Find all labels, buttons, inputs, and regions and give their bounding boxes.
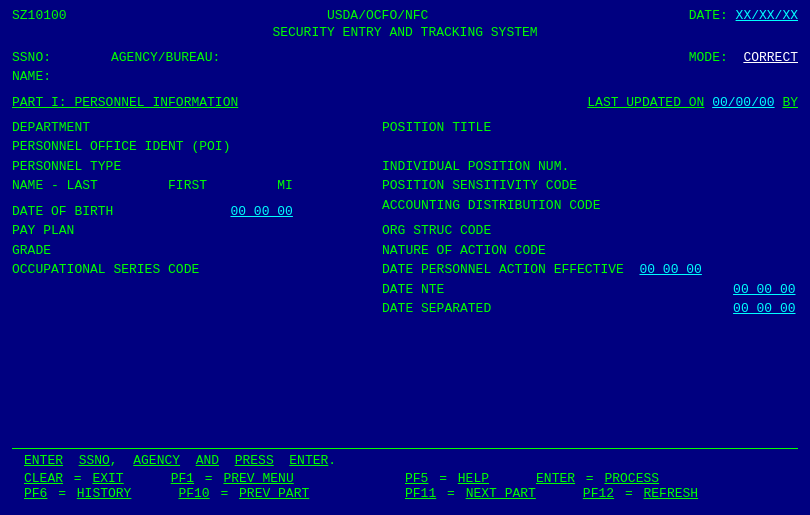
header-line1: SZ10100 USDA/OCFO/NFC DATE: XX/XX/XX: [12, 8, 798, 23]
footer-col4: PF11 = NEXT PART PF12 = REFRESH: [405, 486, 786, 501]
name-fields: NAME - LAST FIRST MI: [12, 176, 382, 196]
personnel-type-field: PERSONNEL TYPE: [12, 157, 382, 177]
date-nte-value: 00 00 00: [733, 282, 795, 297]
ssno-row: SSNO: AGENCY/BUREAU: MODE: CORRECT: [12, 50, 798, 65]
date-separated-value: 00 00 00: [733, 301, 795, 316]
dob-row: DATE OF BIRTH 00 00 00: [12, 202, 382, 222]
pf6-history[interactable]: PF6 = HISTORY: [24, 486, 131, 501]
position-title-field: POSITION TITLE: [382, 118, 798, 138]
part-header: PART I: PERSONNEL INFORMATION LAST UPDAT…: [12, 95, 798, 110]
two-col-layout: DEPARTMENT PERSONNEL OFFICE IDENT (POI) …: [12, 118, 798, 319]
spacer-row: [382, 137, 798, 157]
header-title: SECURITY ENTRY AND TRACKING SYSTEM: [12, 25, 798, 40]
clear-exit[interactable]: CLEAR = EXIT: [24, 471, 124, 486]
ind-position-field: INDIVIDUAL POSITION NUM.: [382, 157, 798, 177]
pf11-next-part[interactable]: PF11 = NEXT PART: [405, 486, 536, 501]
nature-of-action-field: NATURE OF ACTION CODE: [382, 241, 798, 261]
enter-process[interactable]: ENTER = PROCESS: [536, 471, 659, 486]
date-nte-label: DATE NTE: [382, 282, 725, 297]
poi-field: PERSONNEL OFFICE IDENT (POI): [12, 137, 382, 157]
dept-field: DEPARTMENT: [12, 118, 382, 138]
ssno-label: SSNO:: [12, 50, 51, 65]
footer-col1: CLEAR = EXIT PF1 = PREV MENU: [24, 471, 405, 486]
org-struc-field: ORG STRUC CODE: [382, 221, 798, 241]
name-row: NAME:: [12, 67, 798, 87]
main-screen: SZ10100 USDA/OCFO/NFC DATE: XX/XX/XX SEC…: [12, 8, 798, 507]
footer-col3: PF6 = HISTORY PF10 = PREV PART: [24, 486, 405, 501]
mode-value: CORRECT: [743, 50, 798, 65]
date-personnel-label: DATE PERSONNEL ACTION EFFECTIVE: [382, 262, 632, 277]
date-separated-label: DATE SEPARATED: [382, 301, 725, 316]
agency-bureau-label: AGENCY/BUREAU:: [111, 50, 220, 65]
footer-row2: PF6 = HISTORY PF10 = PREV PART PF11 = NE…: [24, 486, 786, 501]
date-separated-row: DATE SEPARATED 00 00 00: [382, 299, 798, 319]
part-label: PART I: PERSONNEL INFORMATION: [12, 95, 238, 110]
dob-label: DATE OF BIRTH: [12, 204, 223, 219]
footer-instruction: ENTER SSNO, AGENCY AND PRESS ENTER.: [24, 453, 786, 468]
position-sensitivity-field: POSITION SENSITIVITY CODE: [382, 176, 798, 196]
dob-value: 00 00 00: [230, 204, 292, 219]
occ-series-field: OCCUPATIONAL SERIES CODE: [12, 260, 382, 280]
grade-field: GRADE: [12, 241, 382, 261]
agency-name: USDA/OCFO/NFC: [327, 8, 428, 23]
pay-plan-field: PAY PLAN: [12, 221, 382, 241]
system-id: SZ10100: [12, 8, 67, 23]
date-personnel-value: 00 00 00: [639, 262, 701, 277]
pf5-help[interactable]: PF5 = HELP: [405, 471, 489, 486]
right-column: POSITION TITLE INDIVIDUAL POSITION NUM. …: [382, 118, 798, 319]
date-field: DATE: XX/XX/XX: [689, 8, 798, 23]
date-nte-row: DATE NTE 00 00 00: [382, 280, 798, 300]
left-column: DEPARTMENT PERSONNEL OFFICE IDENT (POI) …: [12, 118, 382, 319]
pf1-prev-menu[interactable]: PF1 = PREV MENU: [171, 471, 294, 486]
pf10-prev-part[interactable]: PF10 = PREV PART: [178, 486, 309, 501]
pf12-refresh[interactable]: PF12 = REFRESH: [583, 486, 698, 501]
footer-col2: PF5 = HELP ENTER = PROCESS: [405, 471, 786, 486]
footer-row1: CLEAR = EXIT PF1 = PREV MENU PF5 = HELP: [24, 471, 786, 486]
accounting-dist-field: ACCOUNTING DISTRIBUTION CODE: [382, 196, 798, 216]
footer: ENTER SSNO, AGENCY AND PRESS ENTER. CLEA…: [12, 448, 798, 507]
last-updated: LAST UPDATED ON 00/00/00 BY: [587, 95, 798, 110]
date-personnel-row: DATE PERSONNEL ACTION EFFECTIVE 00 00 00: [382, 260, 798, 280]
mode-field: MODE: CORRECT: [689, 50, 798, 65]
